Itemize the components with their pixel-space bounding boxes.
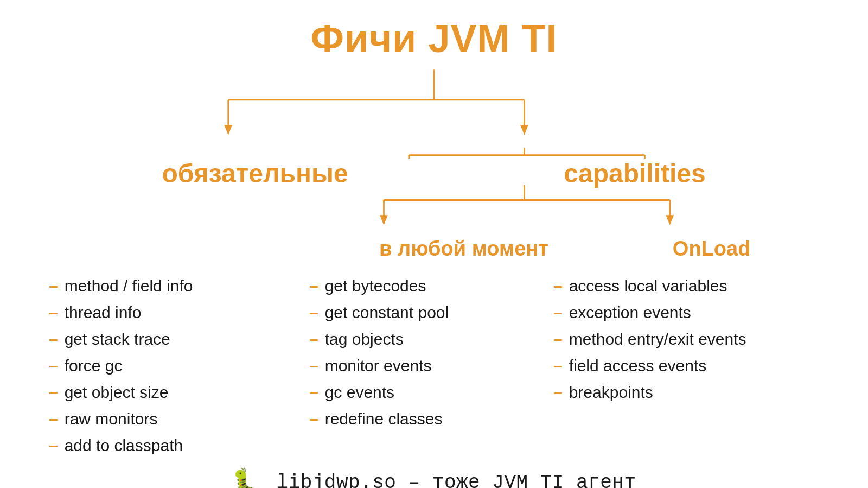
tree-diagram [33,66,835,159]
svg-marker-14 [380,215,388,225]
svg-marker-6 [520,125,528,135]
sub-tree-diagram [33,183,835,237]
list-item: –get constant pool [309,302,537,323]
footer-text: libjdwp.so – тоже JVM TI агент [276,472,636,489]
list-item-text: gc events [325,382,394,403]
onload-list: –access local variables–exception events… [553,275,835,408]
col-anytime: –get bytecodes–get constant pool–tag obj… [309,275,537,461]
list-item: –add to classpath [49,435,277,456]
list-item-text: method / field info [65,275,193,296]
list-item-text: get object size [65,382,169,403]
dash-icon: – [49,408,58,429]
content-area: –method / field info–thread info–get sta… [33,275,835,461]
list-item-text: get stack trace [65,328,170,350]
list-item-text: monitor events [325,355,432,376]
list-item-text: field access events [569,355,706,376]
dash-icon: – [49,382,58,403]
list-item: –get object size [49,382,277,403]
list-item-text: breakpoints [569,382,653,403]
list-item: –breakpoints [553,382,835,403]
col-onload: –access local variables–exception events… [553,275,835,461]
list-item-text: access local variables [569,275,727,296]
dash-icon: – [49,435,58,456]
dash-icon: – [553,302,563,323]
svg-marker-16 [666,215,674,225]
dash-icon: – [49,275,58,296]
dash-icon: – [553,328,563,350]
dash-icon: – [49,328,58,350]
list-item-text: raw monitors [65,408,158,429]
list-item-text: thread info [65,302,142,323]
dash-icon: – [309,328,318,350]
col-obligatory: –method / field info–thread info–get sta… [49,275,277,461]
slide: Фичи JVM TI обязатель [0,0,868,488]
dash-icon: – [309,275,318,296]
dash-icon: – [309,382,318,403]
list-item: –gc events [309,382,537,403]
anytime-list: –get bytecodes–get constant pool–tag obj… [309,275,537,435]
list-item-text: method entry/exit events [569,328,746,350]
bug-icon: 🐛 [232,467,265,488]
list-item: –force gc [49,355,277,376]
list-item: –exception events [553,302,835,323]
dash-icon: – [309,355,318,376]
list-item: –method entry/exit events [553,328,835,350]
sub-heading-onload: OnLoad [603,237,820,261]
list-item: –field access events [553,355,835,376]
list-item: –get bytecodes [309,275,537,296]
sub-heading-anytime: в любой момент [355,237,572,261]
list-item-text: force gc [65,355,123,376]
dash-icon: – [309,408,318,429]
list-item: –raw monitors [49,408,277,429]
footer: 🐛 libjdwp.so – тоже JVM TI агент [232,467,636,488]
main-title: Фичи JVM TI [311,16,558,61]
list-item-text: get constant pool [325,302,449,323]
list-item-text: redefine classes [325,408,443,429]
list-item: –monitor events [309,355,537,376]
dash-icon: – [49,302,58,323]
dash-icon: – [553,355,563,376]
obligatory-list: –method / field info–thread info–get sta… [49,275,277,456]
svg-marker-3 [224,125,232,135]
list-item-text: tag objects [325,328,404,350]
dash-icon: – [553,382,563,403]
list-item: –get stack trace [49,328,277,350]
list-item: –thread info [49,302,277,323]
list-item-text: add to classpath [65,435,183,456]
list-item-text: get bytecodes [325,275,426,296]
dash-icon: – [553,275,563,296]
sub-heading-row: в любой момент OnLoad [33,237,835,267]
list-item-text: exception events [569,302,691,323]
list-item: –access local variables [553,275,835,296]
dash-icon: – [309,302,318,323]
list-item: –redefine classes [309,408,537,429]
dash-icon: – [49,355,58,376]
list-item: –tag objects [309,328,537,350]
list-item: –method / field info [49,275,277,296]
